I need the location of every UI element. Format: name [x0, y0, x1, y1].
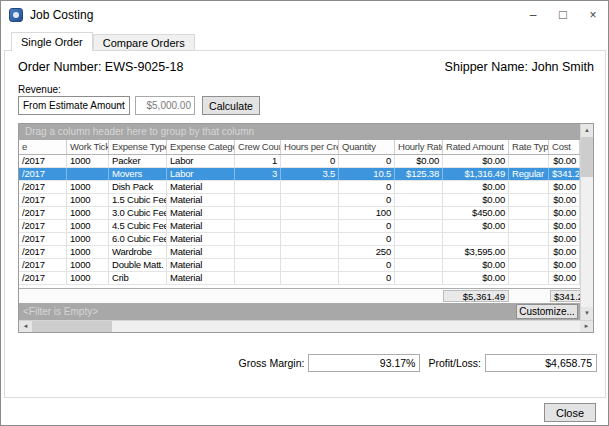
horizontal-scrollbar-thumb[interactable]: [32, 321, 112, 332]
table-row[interactable]: /20171000Double Matt.Material0$0.00$0.00: [19, 259, 580, 272]
table-cell: 6.0 Cubic Feet: [109, 233, 167, 245]
table-cell: Material: [167, 246, 235, 258]
calculate-button[interactable]: Calculate: [202, 96, 260, 115]
job-costing-window: Job Costing – □ × Single Order Compare O…: [0, 0, 609, 426]
table-cell: [395, 233, 443, 245]
table-cell: 1000: [67, 272, 109, 284]
table-cell: 1000: [67, 259, 109, 271]
grid-summary-row: $5,361.49$341.25: [19, 288, 580, 303]
close-button[interactable]: Close: [544, 403, 596, 422]
table-cell: 0: [339, 259, 395, 271]
table-cell: $0.00: [549, 194, 580, 206]
column-header[interactable]: Crew Count: [235, 140, 281, 154]
table-cell: /2017: [19, 207, 67, 219]
filter-text: <Filter is Empty>: [23, 306, 98, 317]
table-cell: [509, 272, 549, 284]
column-header[interactable]: Work Ticket: [67, 140, 109, 154]
table-cell: 3: [235, 168, 281, 180]
summary-spacer: [167, 289, 235, 303]
revenue-amount-input[interactable]: $5,000.00: [135, 96, 195, 115]
tab-single-order[interactable]: Single Order: [11, 32, 93, 51]
vertical-scrollbar-thumb[interactable]: [581, 137, 593, 177]
horizontal-scrollbar[interactable]: ◄ ►: [19, 320, 593, 332]
column-header[interactable]: Hours per Crew: [281, 140, 339, 154]
gross-margin-value: 93.17%: [308, 354, 420, 372]
summary-spacer: [281, 289, 339, 303]
table-cell: Material: [167, 259, 235, 271]
table-cell: $0.00: [443, 220, 509, 232]
table-cell: /2017: [19, 155, 67, 167]
customize-button[interactable]: Customize...: [516, 304, 578, 319]
table-cell: 1000: [67, 233, 109, 245]
table-cell: Packer: [109, 155, 167, 167]
table-cell: 3.0 Cubic Feet: [109, 207, 167, 219]
column-header[interactable]: Rate Type: [509, 140, 549, 154]
single-order-tab-page: Order Number: EWS-9025-18 Shipper Name: …: [4, 50, 606, 398]
table-row[interactable]: /20171000PackerLabor100$0.00$0.00$0.00: [19, 155, 580, 168]
table-cell: [509, 233, 549, 245]
column-header[interactable]: Hourly Rate: [395, 140, 443, 154]
table-cell: $0.00: [395, 155, 443, 167]
table-cell: 0: [339, 220, 395, 232]
table-row[interactable]: /2017MoversLabor33.510.5$125.38$1,316.49…: [19, 168, 580, 181]
revenue-selected-option: From Estimate Amount: [23, 100, 125, 111]
order-header-line: Order Number: EWS-9025-18 Shipper Name: …: [18, 60, 594, 74]
summary-spacer: [235, 289, 281, 303]
close-window-icon[interactable]: ×: [578, 1, 608, 28]
table-cell: $450.00: [443, 207, 509, 219]
vertical-scrollbar-track[interactable]: [581, 177, 593, 307]
table-row[interactable]: /201710006.0 Cubic FeetMaterial0$0.00: [19, 233, 580, 246]
column-header[interactable]: Expense Category: [167, 140, 235, 154]
column-header[interactable]: Expense Type: [109, 140, 167, 154]
maximize-icon[interactable]: □: [548, 1, 578, 28]
horizontal-scrollbar-track[interactable]: [112, 321, 580, 332]
table-row[interactable]: /201710001.5 Cubic FeetMaterial0$0.00$0.…: [19, 194, 580, 207]
table-cell: 1000: [67, 155, 109, 167]
chevron-down-icon: ⌄: [117, 97, 125, 108]
table-cell: [509, 207, 549, 219]
window-title: Job Costing: [30, 8, 93, 22]
table-cell: Movers: [109, 168, 167, 180]
column-header[interactable]: e: [19, 140, 67, 154]
summary-spacer: [510, 289, 550, 303]
revenue-row: From Estimate Amount ⌄ $5,000.00 Calcula…: [18, 96, 260, 115]
column-header[interactable]: Quantity: [339, 140, 395, 154]
table-cell: $0.00: [549, 220, 580, 232]
scroll-right-icon[interactable]: ►: [580, 321, 593, 332]
table-cell: Material: [167, 233, 235, 245]
table-row[interactable]: /20171000WardrobeMaterial250$3,595.00$0.…: [19, 246, 580, 259]
table-cell: $341.25: [549, 168, 580, 180]
table-cell: [281, 272, 339, 284]
table-cell: [509, 181, 549, 193]
column-header[interactable]: Cost: [549, 140, 580, 154]
table-cell: Material: [167, 220, 235, 232]
table-row[interactable]: /201710004.5 Cubic FeetMaterial0$0.00$0.…: [19, 220, 580, 233]
vertical-scrollbar[interactable]: ▲ ▼: [580, 124, 593, 320]
revenue-label: Revenue:: [18, 84, 61, 95]
summary-spacer: [395, 289, 443, 303]
table-cell: $0.00: [549, 233, 580, 245]
grid-rows: /20171000PackerLabor100$0.00$0.00$0.00/2…: [19, 155, 580, 288]
app-icon: [9, 8, 23, 22]
table-cell: $0.00: [443, 155, 509, 167]
table-cell: 1: [235, 155, 281, 167]
table-cell: 0: [339, 194, 395, 206]
table-row[interactable]: /20171000CribMaterial0$0.00$0.00: [19, 272, 580, 285]
revenue-source-select[interactable]: From Estimate Amount ⌄: [18, 96, 130, 115]
table-cell: /2017: [19, 194, 67, 206]
table-row[interactable]: /20171000Dish PackMaterial0$0.00$0.00: [19, 181, 580, 194]
table-row[interactable]: /201710003.0 Cubic FeetMaterial100$450.0…: [19, 207, 580, 220]
column-header[interactable]: Rated Amount: [443, 140, 509, 154]
table-cell: [235, 233, 281, 245]
scroll-down-icon[interactable]: ▼: [581, 307, 593, 320]
table-cell: [395, 194, 443, 206]
scroll-up-icon[interactable]: ▲: [581, 124, 593, 137]
table-cell: 3.5: [281, 168, 339, 180]
table-cell: 0: [281, 155, 339, 167]
tab-compare-orders[interactable]: Compare Orders: [93, 34, 195, 51]
group-by-bar[interactable]: Drag a column header here to group by th…: [19, 124, 580, 140]
table-cell: /2017: [19, 272, 67, 284]
scroll-left-icon[interactable]: ◄: [19, 321, 32, 332]
minimize-icon[interactable]: –: [518, 1, 548, 28]
expenses-grid: Drag a column header here to group by th…: [18, 123, 594, 333]
